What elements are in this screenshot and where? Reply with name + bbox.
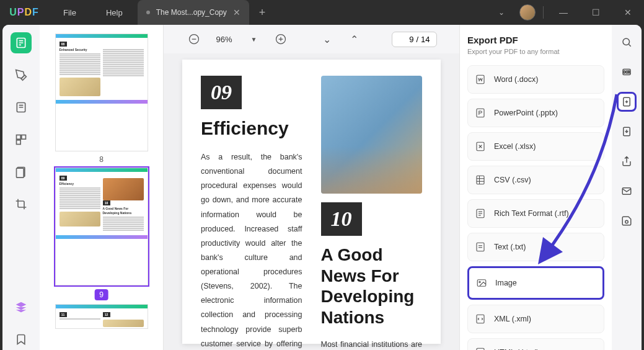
crop-tool[interactable] bbox=[11, 194, 32, 215]
svg-point-33 bbox=[623, 38, 630, 45]
reader-tool[interactable] bbox=[11, 32, 32, 53]
annotate-tool[interactable] bbox=[11, 65, 32, 86]
export-text[interactable]: Text (.txt) bbox=[467, 233, 604, 261]
image-icon bbox=[475, 277, 488, 289]
thumbnail-panel: 08 Enhanced Security 8 09 bbox=[40, 25, 164, 350]
export-label: CSV (.csv) bbox=[494, 176, 531, 184]
export-csv[interactable]: CSV (.csv) bbox=[467, 166, 604, 194]
export-title: Export PDF bbox=[467, 35, 604, 45]
zoom-out-button[interactable] bbox=[186, 31, 202, 47]
export-excel[interactable]: Excel (.xlsx) bbox=[467, 132, 604, 161]
zoom-in-button[interactable] bbox=[273, 31, 289, 47]
thumbnail-page-9[interactable]: 09 Efficiency 10 A Good News For Develop… bbox=[55, 168, 148, 300]
powerpoint-icon bbox=[474, 107, 487, 119]
left-toolbar bbox=[2, 25, 40, 350]
svg-rect-7 bbox=[17, 140, 21, 145]
page-current-field[interactable] bbox=[399, 35, 413, 44]
document-toolbar: 96% ▼ ⌄ ⌃ / 14 bbox=[164, 25, 459, 53]
document-area: 96% ▼ ⌄ ⌃ / 14 09 Efficiency As a result… bbox=[164, 25, 459, 350]
scroll-down-button[interactable]: ⌄ bbox=[319, 31, 335, 47]
divider bbox=[543, 6, 544, 19]
tab-indicator-icon bbox=[146, 11, 150, 14]
csv-icon bbox=[474, 174, 487, 186]
section-number: 09 bbox=[201, 76, 242, 109]
export-label: Word (.docx) bbox=[494, 75, 538, 84]
rtf-icon bbox=[474, 207, 487, 220]
section-heading: A Good News For Developing Nations bbox=[321, 245, 423, 328]
document-tab[interactable]: The Most...opy_Copy ✕ bbox=[138, 0, 249, 25]
export-label: Text (.txt) bbox=[494, 243, 526, 251]
svg-rect-5 bbox=[17, 135, 21, 140]
svg-line-34 bbox=[629, 44, 630, 46]
export-pdf-button[interactable] bbox=[617, 92, 637, 112]
tab-title: The Most...opy_Copy bbox=[156, 8, 227, 17]
close-button[interactable]: ✕ bbox=[615, 0, 640, 25]
ocr-button[interactable]: OCR bbox=[617, 62, 637, 82]
text-icon bbox=[474, 241, 487, 253]
thumbnail-page-10[interactable]: 11 12 bbox=[55, 304, 148, 329]
page-total: 14 bbox=[421, 35, 430, 44]
minimize-button[interactable]: — bbox=[551, 0, 576, 25]
app-logo: UPDF bbox=[0, 7, 48, 18]
user-avatar[interactable] bbox=[519, 4, 536, 20]
convert-button[interactable] bbox=[617, 122, 637, 141]
chevron-down-icon[interactable]: ⌄ bbox=[491, 8, 512, 17]
maximize-button[interactable]: ☐ bbox=[583, 0, 608, 25]
export-rtf[interactable]: Rich Text Format (.rtf) bbox=[467, 199, 604, 228]
zoom-value: 96% bbox=[213, 35, 234, 44]
svg-point-40 bbox=[625, 220, 629, 223]
thumbnail-page-8[interactable]: 08 Enhanced Security 8 bbox=[55, 34, 148, 164]
export-label: Rich Text Format (.rtf) bbox=[494, 209, 569, 218]
svg-rect-6 bbox=[22, 135, 26, 140]
export-subtitle: Export your PDF to any format bbox=[467, 48, 604, 55]
export-word[interactable]: Word (.docx) bbox=[467, 65, 604, 94]
svg-rect-9 bbox=[17, 168, 24, 177]
body-text: As a result, the bank's conventional doc… bbox=[201, 150, 302, 350]
document-image bbox=[321, 76, 423, 194]
new-tab-button[interactable]: + bbox=[249, 6, 276, 19]
document-page: 09 Efficiency As a result, the bank's co… bbox=[182, 60, 441, 344]
svg-text:OCR: OCR bbox=[623, 70, 630, 74]
menu-help[interactable]: Help bbox=[91, 8, 138, 17]
page-input[interactable]: / 14 bbox=[392, 32, 436, 47]
export-image[interactable]: Image bbox=[467, 266, 604, 300]
thumb-label: 8 bbox=[55, 155, 148, 164]
export-label: Image bbox=[495, 279, 517, 287]
svg-point-30 bbox=[479, 281, 480, 282]
export-label: Excel (.xlsx) bbox=[494, 142, 536, 151]
page-sep: / bbox=[416, 35, 418, 44]
xml-icon bbox=[474, 313, 487, 325]
page-tool[interactable] bbox=[11, 161, 32, 182]
svg-rect-15 bbox=[477, 75, 484, 84]
zoom-dropdown[interactable]: ▼ bbox=[245, 31, 262, 47]
layers-tool[interactable] bbox=[11, 297, 32, 318]
excel-icon bbox=[474, 140, 487, 153]
titlebar: UPDF File Help The Most...opy_Copy ✕ + ⌄… bbox=[0, 0, 644, 25]
save-button[interactable] bbox=[617, 211, 637, 231]
thumb-label-current: 9 bbox=[94, 289, 108, 300]
svg-rect-26 bbox=[477, 243, 484, 251]
section-heading: Efficiency bbox=[201, 118, 302, 139]
menu-file[interactable]: File bbox=[48, 8, 91, 17]
organize-tool[interactable] bbox=[11, 129, 32, 150]
email-button[interactable] bbox=[617, 181, 637, 201]
share-button[interactable] bbox=[617, 151, 637, 171]
bookmark-tool[interactable] bbox=[11, 329, 32, 350]
export-html[interactable]: HTML (.html) bbox=[467, 338, 604, 350]
word-icon bbox=[474, 73, 487, 86]
edit-tool[interactable] bbox=[11, 97, 32, 118]
export-powerpoint[interactable]: PowerPoint (.pptx) bbox=[467, 99, 604, 127]
export-label: PowerPoint (.pptx) bbox=[494, 109, 558, 117]
tab-close-icon[interactable]: ✕ bbox=[233, 7, 240, 17]
section-number: 10 bbox=[321, 202, 362, 236]
export-panel: Export PDF Export your PDF to any format… bbox=[459, 25, 612, 350]
export-label: XML (.xml) bbox=[494, 315, 531, 323]
scroll-up-button[interactable]: ⌃ bbox=[346, 31, 362, 47]
export-xml[interactable]: XML (.xml) bbox=[467, 305, 604, 333]
right-toolbar: OCR bbox=[612, 25, 642, 350]
body-text: Most financial institutions are struggli… bbox=[321, 338, 423, 350]
svg-rect-18 bbox=[477, 176, 484, 184]
html-icon bbox=[474, 346, 487, 350]
search-button[interactable] bbox=[617, 32, 637, 52]
